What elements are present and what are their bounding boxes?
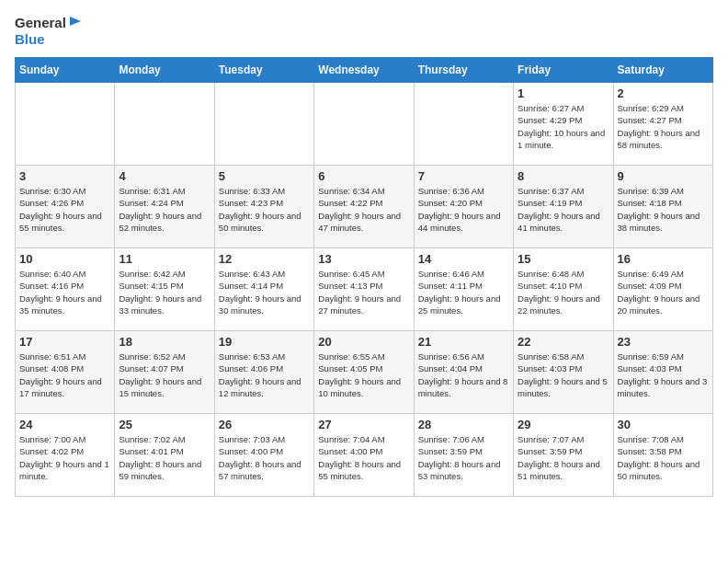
calendar-cell: 10Sunrise: 6:40 AM Sunset: 4:16 PM Dayli… [16,248,115,331]
calendar-cell: 18Sunrise: 6:52 AM Sunset: 4:07 PM Dayli… [115,331,214,414]
day-number: 28 [418,418,509,431]
calendar-cell: 2Sunrise: 6:29 AM Sunset: 4:27 PM Daylig… [613,83,712,166]
day-info: Sunrise: 6:34 AM Sunset: 4:22 PM Dayligh… [318,185,409,234]
day-number: 20 [318,335,409,349]
day-number: 6 [318,169,409,183]
calendar-cell: 3Sunrise: 6:30 AM Sunset: 4:26 PM Daylig… [16,166,115,248]
day-info: Sunrise: 6:37 AM Sunset: 4:19 PM Dayligh… [518,185,609,234]
day-number: 1 [518,86,609,100]
day-info: Sunrise: 6:59 AM Sunset: 4:03 PM Dayligh… [618,350,709,399]
day-number: 12 [219,252,310,266]
calendar-cell [115,83,214,166]
weekday-friday: Friday [514,58,613,83]
week-row-0: 1Sunrise: 6:27 AM Sunset: 4:29 PM Daylig… [16,83,713,166]
weekday-saturday: Saturday [613,58,712,83]
day-number: 19 [219,335,310,349]
calendar-cell: 13Sunrise: 6:45 AM Sunset: 4:13 PM Dayli… [314,248,414,331]
day-info: Sunrise: 6:29 AM Sunset: 4:27 PM Dayligh… [618,102,709,151]
calendar-cell: 1Sunrise: 6:27 AM Sunset: 4:29 PM Daylig… [514,83,613,166]
calendar-cell: 20Sunrise: 6:55 AM Sunset: 4:05 PM Dayli… [314,331,414,414]
calendar-cell: 27Sunrise: 7:04 AM Sunset: 4:00 PM Dayli… [314,414,414,497]
day-number: 7 [418,169,509,183]
day-info: Sunrise: 6:43 AM Sunset: 4:14 PM Dayligh… [219,268,310,316]
calendar-cell: 6Sunrise: 6:34 AM Sunset: 4:22 PM Daylig… [314,166,414,248]
calendar-cell [214,83,313,166]
day-info: Sunrise: 6:53 AM Sunset: 4:06 PM Dayligh… [219,350,310,399]
day-number: 25 [119,418,210,431]
day-number: 27 [318,418,409,431]
day-info: Sunrise: 6:48 AM Sunset: 4:10 PM Dayligh… [518,268,609,316]
day-info: Sunrise: 7:00 AM Sunset: 4:02 PM Dayligh… [19,433,110,482]
calendar-cell: 29Sunrise: 7:07 AM Sunset: 3:59 PM Dayli… [514,414,613,497]
day-info: Sunrise: 6:45 AM Sunset: 4:13 PM Dayligh… [318,268,409,316]
logo-arrow-icon [68,15,81,28]
day-number: 4 [119,169,210,183]
calendar-cell: 19Sunrise: 6:53 AM Sunset: 4:06 PM Dayli… [214,331,313,414]
day-info: Sunrise: 7:07 AM Sunset: 3:59 PM Dayligh… [518,433,609,482]
calendar-cell: 21Sunrise: 6:56 AM Sunset: 4:04 PM Dayli… [414,331,513,414]
day-number: 16 [618,252,709,266]
day-info: Sunrise: 6:36 AM Sunset: 4:20 PM Dayligh… [418,185,509,234]
day-info: Sunrise: 7:08 AM Sunset: 3:58 PM Dayligh… [618,433,709,482]
day-info: Sunrise: 7:06 AM Sunset: 3:59 PM Dayligh… [418,433,509,482]
weekday-monday: Monday [115,58,214,83]
calendar-cell: 15Sunrise: 6:48 AM Sunset: 4:10 PM Dayli… [514,248,613,331]
calendar-cell [414,83,513,166]
day-info: Sunrise: 7:03 AM Sunset: 4:00 PM Dayligh… [219,433,310,482]
svg-marker-0 [70,17,81,26]
day-number: 26 [219,418,310,431]
day-number: 22 [518,335,609,349]
weekday-sunday: Sunday [16,58,115,83]
day-number: 10 [19,252,110,266]
day-info: Sunrise: 7:02 AM Sunset: 4:01 PM Dayligh… [119,433,210,482]
calendar-cell: 8Sunrise: 6:37 AM Sunset: 4:19 PM Daylig… [514,166,613,248]
calendar-cell: 28Sunrise: 7:06 AM Sunset: 3:59 PM Dayli… [414,414,513,497]
calendar-table: SundayMondayTuesdayWednesdayThursdayFrid… [15,57,713,497]
calendar-cell: 25Sunrise: 7:02 AM Sunset: 4:01 PM Dayli… [115,414,214,497]
weekday-tuesday: Tuesday [214,58,313,83]
day-info: Sunrise: 6:30 AM Sunset: 4:26 PM Dayligh… [19,185,110,234]
day-number: 13 [318,252,409,266]
day-info: Sunrise: 6:46 AM Sunset: 4:11 PM Dayligh… [418,268,509,316]
day-info: Sunrise: 6:31 AM Sunset: 4:24 PM Dayligh… [119,185,210,234]
calendar-cell: 14Sunrise: 6:46 AM Sunset: 4:11 PM Dayli… [414,248,513,331]
day-info: Sunrise: 6:40 AM Sunset: 4:16 PM Dayligh… [19,268,110,316]
weekday-thursday: Thursday [414,58,513,83]
day-info: Sunrise: 6:52 AM Sunset: 4:07 PM Dayligh… [119,350,210,399]
day-number: 30 [618,418,709,431]
week-row-3: 17Sunrise: 6:51 AM Sunset: 4:08 PM Dayli… [16,331,713,414]
day-number: 23 [618,335,709,349]
day-info: Sunrise: 6:33 AM Sunset: 4:23 PM Dayligh… [219,185,310,234]
week-row-4: 24Sunrise: 7:00 AM Sunset: 4:02 PM Dayli… [16,414,713,497]
day-number: 21 [418,335,509,349]
day-info: Sunrise: 6:56 AM Sunset: 4:04 PM Dayligh… [418,350,509,399]
day-info: Sunrise: 6:49 AM Sunset: 4:09 PM Dayligh… [618,268,709,316]
calendar-cell: 9Sunrise: 6:39 AM Sunset: 4:18 PM Daylig… [613,166,712,248]
logo: General Blue [15,15,81,48]
calendar-cell: 16Sunrise: 6:49 AM Sunset: 4:09 PM Dayli… [613,248,712,331]
day-number: 2 [618,86,709,100]
page-header: General Blue [15,15,713,48]
day-info: Sunrise: 6:51 AM Sunset: 4:08 PM Dayligh… [19,350,110,399]
calendar-cell: 5Sunrise: 6:33 AM Sunset: 4:23 PM Daylig… [214,166,313,248]
weekday-header-row: SundayMondayTuesdayWednesdayThursdayFrid… [16,58,713,83]
calendar-cell: 26Sunrise: 7:03 AM Sunset: 4:00 PM Dayli… [214,414,313,497]
day-number: 3 [19,169,110,183]
calendar-body: 1Sunrise: 6:27 AM Sunset: 4:29 PM Daylig… [16,83,713,497]
day-number: 9 [618,169,709,183]
day-info: Sunrise: 6:39 AM Sunset: 4:18 PM Dayligh… [618,185,709,234]
calendar-cell [16,83,115,166]
calendar-cell: 7Sunrise: 6:36 AM Sunset: 4:20 PM Daylig… [414,166,513,248]
week-row-1: 3Sunrise: 6:30 AM Sunset: 4:26 PM Daylig… [16,166,713,248]
day-info: Sunrise: 6:55 AM Sunset: 4:05 PM Dayligh… [318,350,409,399]
day-number: 29 [518,418,609,431]
day-info: Sunrise: 6:42 AM Sunset: 4:15 PM Dayligh… [119,268,210,316]
day-info: Sunrise: 6:58 AM Sunset: 4:03 PM Dayligh… [518,350,609,399]
calendar-cell: 4Sunrise: 6:31 AM Sunset: 4:24 PM Daylig… [115,166,214,248]
calendar-cell: 17Sunrise: 6:51 AM Sunset: 4:08 PM Dayli… [16,331,115,414]
weekday-wednesday: Wednesday [314,58,414,83]
day-number: 11 [119,252,210,266]
logo-general-text: General [15,15,81,31]
day-number: 8 [518,169,609,183]
day-info: Sunrise: 7:04 AM Sunset: 4:00 PM Dayligh… [318,433,409,482]
